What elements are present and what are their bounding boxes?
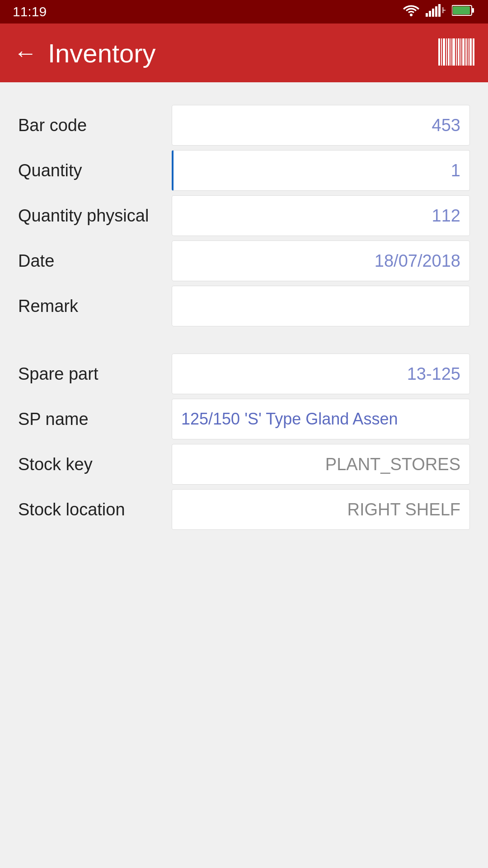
svg-rect-17: [452, 38, 455, 66]
quantity-physical-input[interactable]: [172, 195, 470, 236]
svg-rect-15: [448, 38, 450, 66]
page-title: Inventory: [48, 38, 156, 68]
svg-rect-14: [446, 38, 447, 66]
stock-key-row: Stock key: [18, 444, 470, 485]
app-bar: ← Inventory: [0, 24, 488, 82]
remark-input[interactable]: [172, 286, 470, 326]
svg-rect-12: [441, 38, 442, 66]
status-bar: 11:19 H: [0, 0, 488, 24]
back-button[interactable]: ←: [14, 41, 37, 65]
stock-location-label: Stock location: [18, 500, 172, 519]
quantity-row: Quantity: [18, 150, 470, 191]
time-display: 11:19: [13, 4, 47, 19]
date-row: Date: [18, 241, 470, 281]
spare-part-input[interactable]: [172, 354, 470, 394]
quantity-physical-row: Quantity physical: [18, 195, 470, 236]
svg-rect-11: [438, 38, 440, 66]
svg-rect-22: [465, 38, 467, 66]
svg-rect-23: [468, 38, 469, 66]
stock-key-label: Stock key: [18, 455, 172, 474]
svg-rect-2: [429, 11, 431, 17]
app-bar-left: ← Inventory: [14, 38, 156, 68]
main-content: Bar code Quantity Quantity physical Date…: [0, 82, 488, 552]
quantity-label: Quantity: [18, 161, 172, 180]
svg-rect-3: [432, 9, 434, 17]
svg-rect-13: [443, 38, 445, 66]
svg-rect-20: [460, 38, 461, 66]
stock-key-input[interactable]: [172, 444, 470, 485]
wifi-icon: [403, 4, 419, 20]
spare-part-row: Spare part: [18, 354, 470, 394]
svg-point-0: [410, 14, 413, 16]
svg-rect-19: [458, 38, 460, 66]
battery-icon: ⚡: [452, 4, 475, 19]
barcode-label: Bar code: [18, 116, 172, 135]
svg-rect-16: [450, 38, 451, 66]
svg-rect-21: [462, 38, 465, 66]
remark-label: Remark: [18, 297, 172, 316]
barcode-input[interactable]: [172, 105, 470, 146]
signal-icon: H: [426, 4, 446, 20]
stock-location-row: Stock location: [18, 489, 470, 530]
barcode-row: Bar code: [18, 105, 470, 146]
spare-part-label: Spare part: [18, 364, 172, 384]
svg-rect-5: [438, 4, 441, 17]
quantity-input[interactable]: [172, 150, 470, 191]
svg-rect-8: [472, 8, 474, 13]
svg-rect-25: [473, 38, 474, 66]
sp-name-input[interactable]: [172, 399, 470, 439]
svg-rect-18: [456, 38, 457, 66]
date-input[interactable]: [172, 241, 470, 281]
sp-name-label: SP name: [18, 410, 172, 429]
sp-name-row: SP name: [18, 399, 470, 439]
barcode-icon[interactable]: [438, 38, 474, 67]
status-icons: H ⚡: [403, 4, 475, 20]
date-label: Date: [18, 251, 172, 271]
stock-location-input[interactable]: [172, 489, 470, 530]
svg-rect-1: [426, 13, 428, 17]
quantity-physical-label: Quantity physical: [18, 206, 172, 226]
svg-rect-4: [435, 6, 437, 17]
svg-rect-24: [469, 38, 472, 66]
remark-row: Remark: [18, 286, 470, 326]
svg-rect-9: [453, 6, 470, 14]
svg-text:H: H: [442, 6, 446, 15]
